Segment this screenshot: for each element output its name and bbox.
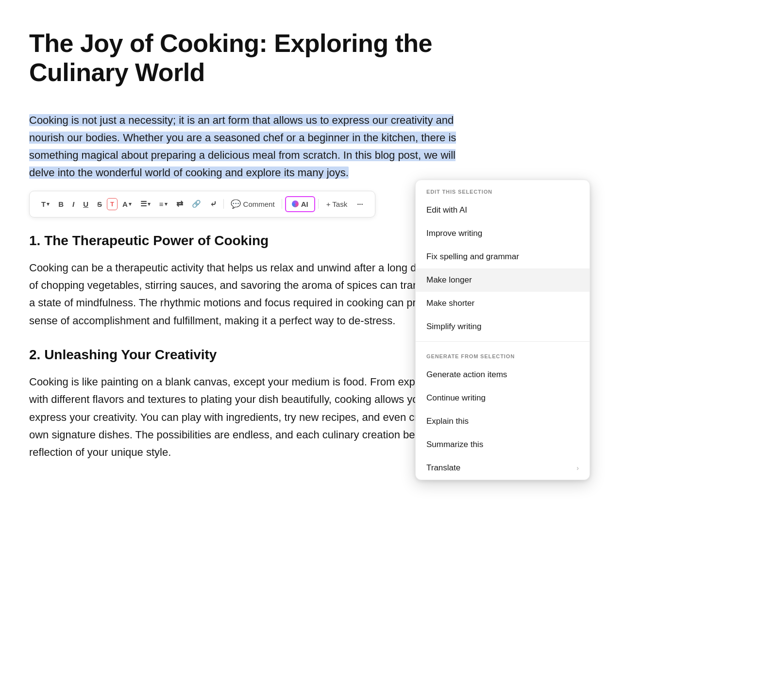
- align-chevron: ▾: [148, 201, 151, 207]
- generate-action-items-label: Generate action items: [426, 370, 507, 380]
- font-color-button[interactable]: A ▾: [118, 197, 135, 211]
- toolbar-separator-3: [318, 199, 319, 209]
- strikethrough-button[interactable]: S: [93, 197, 106, 211]
- translate-label: Translate: [426, 463, 460, 473]
- bullet-chevron: ▾: [165, 201, 168, 207]
- continue-writing-item[interactable]: Continue writing: [416, 386, 590, 410]
- section2-body: Cooking is like painting on a blank canv…: [29, 373, 471, 461]
- indent-icon: ⇄: [176, 199, 183, 209]
- section2-heading: 2. Unleashing Your Creativity: [29, 347, 471, 363]
- link-icon: 🔗: [192, 200, 201, 208]
- section1-body: Cooking can be a therapeutic activity th…: [29, 259, 471, 330]
- font-color-label: A: [122, 200, 128, 208]
- section1-heading: 1. The Therapeutic Power of Cooking: [29, 233, 471, 249]
- ai-icon: [292, 200, 299, 207]
- translate-item[interactable]: Translate ›: [416, 456, 590, 480]
- text-style-button[interactable]: T ▾: [37, 197, 53, 211]
- text-style-label: T: [41, 200, 46, 208]
- underline-button[interactable]: U: [79, 197, 92, 211]
- unknown-icon: ⤶: [210, 199, 217, 209]
- formatting-toolbar: T ▾ B I U S T A ▾ ☰ ▾ ≡ ▾ ⇄ 🔗 ⤶: [29, 191, 375, 217]
- align-button[interactable]: ☰ ▾: [136, 197, 154, 211]
- bullet-button[interactable]: ≡ ▾: [155, 197, 171, 211]
- explain-this-label: Explain this: [426, 417, 469, 426]
- summarize-this-label: Summarize this: [426, 440, 483, 450]
- task-label: + Task: [326, 200, 348, 208]
- ai-label: AI: [301, 200, 308, 208]
- more-button[interactable]: ···: [353, 197, 367, 211]
- edit-section-label: EDIT THIS SELECTION: [416, 180, 590, 199]
- unknown-button[interactable]: ⤶: [206, 196, 220, 212]
- more-icon: ···: [357, 200, 363, 208]
- translate-chevron-icon: ›: [576, 464, 579, 472]
- align-icon: ☰: [140, 200, 147, 208]
- highlight-label: T: [110, 200, 114, 208]
- link-button[interactable]: 🔗: [188, 197, 205, 211]
- highlight-button[interactable]: T: [107, 198, 118, 210]
- fix-spelling-item[interactable]: Fix spelling and grammar: [416, 245, 590, 268]
- simplify-writing-item[interactable]: Simplify writing: [416, 315, 590, 338]
- continue-writing-label: Continue writing: [426, 393, 486, 403]
- text-style-chevron: ▾: [47, 201, 50, 207]
- task-button[interactable]: + Task: [321, 197, 353, 211]
- explain-this-item[interactable]: Explain this: [416, 410, 590, 433]
- document-title: The Joy of Cooking: Exploring the Culina…: [29, 29, 471, 87]
- comment-button[interactable]: 💬 Comment: [227, 196, 279, 212]
- bullet-icon: ≡: [159, 200, 164, 208]
- fix-spelling-label: Fix spelling and grammar: [426, 252, 519, 262]
- make-longer-item[interactable]: Make longer: [416, 268, 590, 292]
- summarize-this-item[interactable]: Summarize this: [416, 433, 590, 456]
- edit-with-ai-item[interactable]: Edit with AI: [416, 199, 590, 222]
- edit-with-ai-label: Edit with AI: [426, 205, 467, 215]
- font-color-chevron: ▾: [129, 201, 132, 207]
- dropdown-divider: [416, 341, 590, 342]
- comment-icon: 💬: [231, 199, 241, 209]
- indent-button[interactable]: ⇄: [172, 196, 187, 212]
- make-longer-label: Make longer: [426, 275, 472, 285]
- ai-button[interactable]: AI: [285, 196, 315, 212]
- bold-button[interactable]: B: [54, 197, 68, 211]
- generate-section-label: GENERATE FROM SELECTION: [416, 345, 590, 363]
- selected-text: Cooking is not just a necessity; it is a…: [29, 114, 456, 179]
- toolbar-separator-2: [282, 199, 282, 209]
- generate-action-items-item[interactable]: Generate action items: [416, 363, 590, 386]
- improve-writing-item[interactable]: Improve writing: [416, 222, 590, 245]
- comment-label: Comment: [243, 200, 275, 208]
- simplify-writing-label: Simplify writing: [426, 322, 481, 332]
- make-shorter-label: Make shorter: [426, 299, 474, 308]
- improve-writing-label: Improve writing: [426, 229, 482, 238]
- toolbar-separator-1: [223, 199, 224, 209]
- italic-button[interactable]: I: [68, 197, 78, 211]
- selected-paragraph-wrapper: Cooking is not just a necessity; it is a…: [29, 112, 471, 182]
- ai-dropdown-menu: EDIT THIS SELECTION Edit with AI Improve…: [415, 180, 590, 480]
- make-shorter-item[interactable]: Make shorter: [416, 292, 590, 315]
